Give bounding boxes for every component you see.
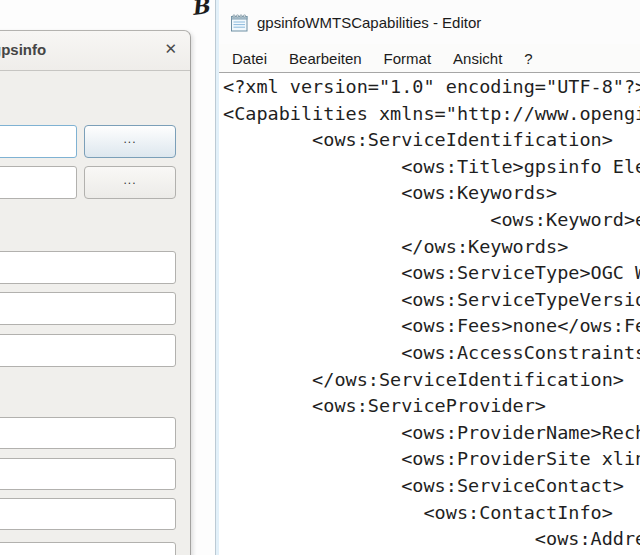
background-handwriting: B	[189, 0, 210, 20]
code-line: <ows:ServiceType>OGC WMTS</ows:ServiceTy…	[223, 260, 640, 287]
dialog-titlebar[interactable]: gpsinfo ✕	[0, 31, 190, 71]
menu-item-item4[interactable]: ?	[513, 50, 543, 67]
dialog-field-3[interactable]	[0, 251, 176, 284]
screenshot-root: B gpsinfo ✕ ... ...	[0, 0, 640, 555]
menu-item-format[interactable]: Format	[373, 50, 443, 67]
close-icon[interactable]: ✕	[164, 40, 177, 58]
editor-window: gpsinfoWMTSCapabilities - Editor DateiBe…	[215, 0, 640, 555]
browse-button-1[interactable]: ...	[84, 125, 176, 158]
menu-item-bearbeiten[interactable]: Bearbeiten	[278, 50, 373, 67]
menu-item-ansicht[interactable]: Ansicht	[442, 50, 513, 67]
dialog-field-8[interactable]	[0, 498, 176, 530]
code-line: <ows:ServiceTypeVersion>1.0.0</ows:Servi…	[223, 287, 640, 314]
code-line: <ows:ServiceProvider>	[223, 393, 640, 420]
code-line: <ows:ServiceContact>	[223, 473, 640, 500]
dialog-field-9[interactable]	[0, 542, 176, 555]
code-line: <ows:ProviderSite xlink:href="https://ww…	[223, 446, 640, 473]
editor-text-area[interactable]: <?xml version="1.0" encoding="UTF-8"?><C…	[220, 74, 640, 555]
code-line: <ows:Address>	[223, 526, 640, 553]
code-line: </ows:ServiceIdentification>	[223, 367, 640, 394]
code-line: <ows:ServiceIdentification>	[223, 127, 640, 154]
code-line: <ows:ProviderName>Rechenraum e.U.</ows:P…	[223, 420, 640, 447]
code-line: </ows:Keywords>	[223, 234, 640, 261]
notepad-icon	[230, 13, 249, 32]
code-line: <ows:ContactInfo>	[223, 500, 640, 527]
browse-button-2[interactable]: ...	[84, 166, 176, 199]
code-line: <?xml version="1.0" encoding="UTF-8"?>	[223, 74, 640, 101]
dialog-field-6[interactable]	[0, 417, 176, 449]
dialog-field-5[interactable]	[0, 334, 176, 367]
editor-menubar: DateiBearbeitenFormatAnsicht?	[219, 44, 640, 73]
code-line: <ows:Keywords>	[223, 180, 640, 207]
code-line: <ows:Title>gpsinfo Elevation Service</ow…	[223, 154, 640, 181]
dialog-input-2[interactable]	[0, 166, 77, 199]
code-line: <ows:AccessConstraints>none</ows:AccessC…	[223, 340, 640, 367]
code-line: <ows:Keyword>elevation</ows:Keyword>	[223, 207, 640, 234]
gpsinfo-dialog-window: gpsinfo ✕ ... ...	[0, 30, 191, 555]
dialog-input-1[interactable]	[0, 125, 77, 158]
dialog-field-4[interactable]	[0, 292, 176, 325]
editor-titlebar[interactable]: gpsinfoWMTSCapabilities - Editor	[219, 0, 640, 44]
code-line: <ows:Fees>none</ows:Fees>	[223, 313, 640, 340]
menu-item-datei[interactable]: Datei	[221, 50, 278, 67]
dialog-title: gpsinfo	[0, 41, 46, 58]
editor-window-border	[216, 0, 219, 555]
code-line: <Capabilities xmlns="http://www.opengis.…	[223, 101, 640, 128]
dialog-field-7[interactable]	[0, 458, 176, 490]
editor-window-title: gpsinfoWMTSCapabilities - Editor	[257, 14, 481, 31]
